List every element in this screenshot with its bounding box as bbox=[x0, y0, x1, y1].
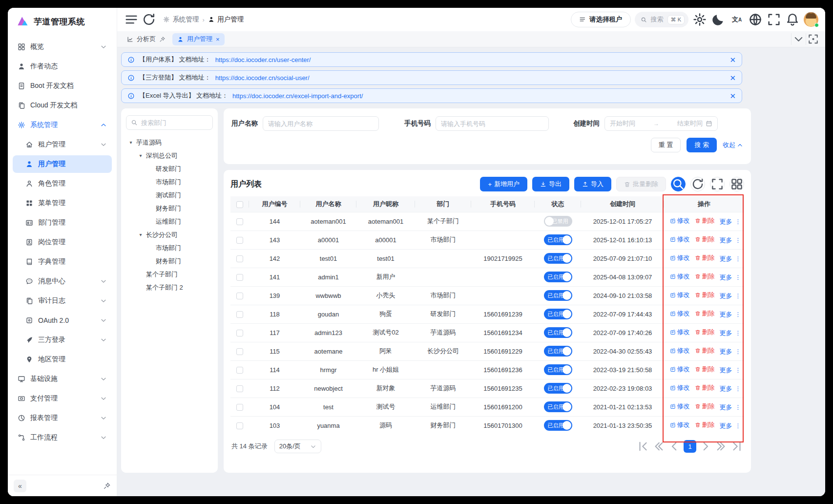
more-dots-icon[interactable]: ⋮ bbox=[735, 422, 741, 429]
next-pages-icon[interactable] bbox=[715, 440, 728, 453]
more-dots-icon[interactable]: ⋮ bbox=[735, 385, 741, 392]
more-action[interactable]: 更多 bbox=[720, 366, 732, 375]
search-button[interactable]: 搜 索 bbox=[687, 138, 717, 152]
global-search-button[interactable]: 搜索 ⌘ K bbox=[635, 12, 688, 27]
close-alert-icon[interactable]: ✕ bbox=[729, 56, 736, 63]
delete-action[interactable]: 删除 bbox=[695, 253, 715, 262]
prev-pages-icon[interactable] bbox=[652, 440, 665, 453]
language-icon[interactable]: 文A bbox=[729, 12, 744, 27]
more-action[interactable]: 更多 bbox=[720, 254, 732, 263]
sidebar-item-post[interactable]: 岗位管理 bbox=[13, 233, 112, 251]
delete-action[interactable]: 删除 bbox=[695, 365, 715, 374]
more-dots-icon[interactable]: ⋮ bbox=[735, 274, 741, 281]
row-checkbox[interactable] bbox=[236, 385, 243, 392]
sidebar-pin-icon[interactable] bbox=[103, 482, 111, 490]
more-action[interactable]: 更多 bbox=[720, 217, 732, 226]
sidebar-item-menu[interactable]: 菜单管理 bbox=[13, 194, 112, 212]
tree-node[interactable]: 测试部门 bbox=[126, 189, 213, 202]
sidebar-item-pay[interactable]: 支付管理 bbox=[13, 390, 112, 407]
doc-link[interactable]: https://doc.iocoder.cn/user-center/ bbox=[215, 56, 311, 63]
sidebar-item-user[interactable]: 用户管理 bbox=[13, 155, 112, 173]
pin-icon[interactable] bbox=[159, 36, 166, 42]
delete-action[interactable]: 删除 bbox=[695, 420, 715, 429]
tree-node[interactable]: 财务部门 bbox=[126, 254, 213, 268]
table-fullscreen-icon[interactable] bbox=[710, 177, 725, 191]
more-action[interactable]: 更多 bbox=[720, 273, 732, 282]
row-checkbox[interactable] bbox=[236, 218, 243, 225]
delete-action[interactable]: 删除 bbox=[695, 291, 715, 299]
edit-action[interactable]: 修改 bbox=[670, 328, 690, 336]
more-dots-icon[interactable]: ⋮ bbox=[735, 255, 741, 262]
more-action[interactable]: 更多 bbox=[720, 310, 732, 319]
sidebar-item-system[interactable]: 系统管理 bbox=[13, 116, 112, 134]
dark-mode-icon[interactable] bbox=[711, 12, 726, 27]
sidebar-item-dept[interactable]: 部门管理 bbox=[13, 214, 112, 231]
last-page-icon[interactable] bbox=[730, 440, 743, 453]
sidebar-item-area[interactable]: 地区管理 bbox=[13, 351, 112, 368]
table-columns-icon[interactable] bbox=[729, 177, 744, 191]
sidebar-item-bpm[interactable]: 工作流程 bbox=[13, 429, 112, 446]
row-checkbox[interactable] bbox=[236, 422, 243, 429]
status-toggle[interactable]: 已禁用 bbox=[544, 216, 572, 227]
fullscreen-icon[interactable] bbox=[767, 12, 781, 27]
edit-action[interactable]: 修改 bbox=[670, 309, 690, 318]
tree-node[interactable]: 某个子部门 2 bbox=[126, 281, 213, 294]
collapse-filter-link[interactable]: 收起 bbox=[723, 141, 743, 149]
reset-button[interactable]: 重 置 bbox=[651, 138, 681, 152]
add-user-button[interactable]: + 新增用户 bbox=[480, 177, 527, 191]
sidebar-item-infra[interactable]: 基础设施 bbox=[13, 370, 112, 388]
table-search-icon[interactable] bbox=[671, 177, 686, 191]
delete-action[interactable]: 删除 bbox=[695, 402, 715, 411]
delete-action[interactable]: 删除 bbox=[695, 216, 715, 225]
current-page-button[interactable]: 1 bbox=[684, 440, 696, 453]
content-fullscreen-icon[interactable] bbox=[806, 33, 820, 45]
tree-node[interactable]: ▾深圳总公司 bbox=[126, 149, 213, 162]
doc-link[interactable]: https://doc.iocoder.cn/excel-import-and-… bbox=[232, 92, 363, 100]
username-input[interactable] bbox=[268, 120, 374, 127]
sidebar-item-author[interactable]: 作者动态 bbox=[13, 58, 112, 75]
status-toggle[interactable]: 已启用 bbox=[544, 290, 572, 301]
edit-action[interactable]: 修改 bbox=[670, 235, 690, 244]
status-toggle[interactable]: 已启用 bbox=[544, 364, 572, 375]
more-action[interactable]: 更多 bbox=[720, 329, 732, 337]
breadcrumb-system[interactable]: 系统管理 bbox=[163, 15, 199, 24]
tab-analysis[interactable]: 分析页 bbox=[122, 33, 170, 45]
sidebar-item-social[interactable]: 三方登录 bbox=[13, 331, 112, 349]
more-action[interactable]: 更多 bbox=[720, 421, 732, 430]
delete-action[interactable]: 删除 bbox=[695, 346, 715, 355]
row-checkbox[interactable] bbox=[236, 237, 243, 244]
sidebar-item-report[interactable]: 报表管理 bbox=[13, 409, 112, 427]
status-toggle[interactable]: 已启用 bbox=[544, 272, 572, 282]
doc-link[interactable]: https://doc.iocoder.cn/social-user/ bbox=[215, 74, 310, 82]
edit-action[interactable]: 修改 bbox=[670, 291, 690, 299]
tree-node[interactable]: ▾长沙分公司 bbox=[126, 228, 213, 241]
more-dots-icon[interactable]: ⋮ bbox=[735, 218, 741, 225]
tree-node[interactable]: 某个子部门 bbox=[126, 268, 213, 281]
status-toggle[interactable]: 已启用 bbox=[544, 234, 572, 245]
tree-node[interactable]: 市场部门 bbox=[126, 175, 213, 189]
more-dots-icon[interactable]: ⋮ bbox=[735, 348, 741, 355]
more-action[interactable]: 更多 bbox=[720, 384, 732, 393]
edit-action[interactable]: 修改 bbox=[670, 272, 690, 281]
next-page-icon[interactable] bbox=[699, 440, 712, 453]
more-dots-icon[interactable]: ⋮ bbox=[735, 293, 741, 299]
close-tab-icon[interactable]: × bbox=[216, 36, 220, 42]
tenant-select-button[interactable]: 请选择租户 bbox=[571, 12, 631, 27]
more-dots-icon[interactable]: ⋮ bbox=[735, 404, 741, 411]
header-select-all[interactable] bbox=[230, 196, 249, 212]
status-toggle[interactable]: 已启用 bbox=[544, 346, 572, 357]
sidebar-item-cloud-doc[interactable]: Cloud 开发文档 bbox=[13, 97, 112, 114]
row-checkbox[interactable] bbox=[236, 367, 243, 374]
tree-node[interactable]: 市场部门 bbox=[126, 241, 213, 254]
settings-icon[interactable] bbox=[692, 12, 707, 27]
tree-expand-icon[interactable]: ▾ bbox=[138, 153, 144, 158]
sidebar-item-audit[interactable]: 审计日志 bbox=[13, 292, 112, 310]
row-checkbox[interactable] bbox=[236, 293, 243, 299]
prev-page-icon[interactable] bbox=[668, 440, 681, 453]
row-checkbox[interactable] bbox=[236, 330, 243, 336]
status-toggle[interactable]: 已启用 bbox=[544, 309, 572, 319]
more-dots-icon[interactable]: ⋮ bbox=[735, 330, 741, 336]
sidebar-item-oauth[interactable]: OAuth 2.0 bbox=[13, 312, 112, 329]
export-button[interactable]: 导出 bbox=[532, 177, 569, 191]
sidebar-collapse-button[interactable]: « bbox=[14, 480, 26, 492]
